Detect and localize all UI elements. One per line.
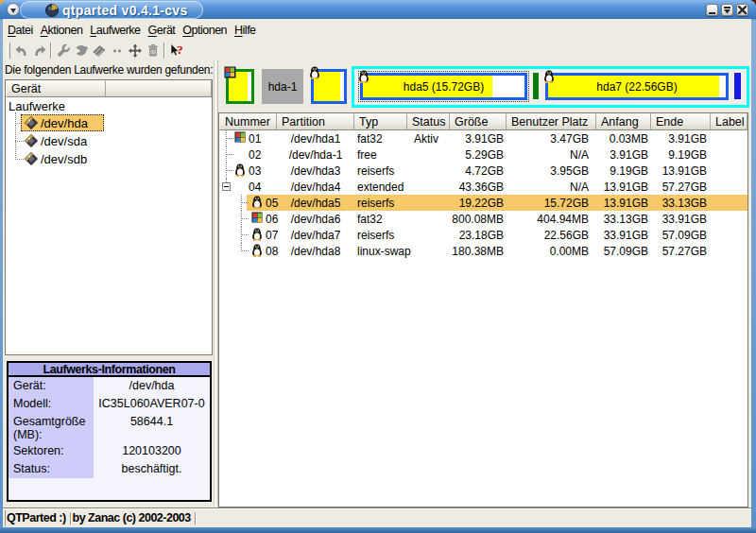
cell-anfang: 9.19GB: [596, 163, 651, 179]
menu-laufwerke[interactable]: Laufwerke: [86, 21, 144, 40]
statusbar-author-text: by Zanac (c) 2002-2003: [72, 511, 195, 524]
tree-root-item[interactable]: Laufwerke: [6, 97, 212, 114]
cell-anfang: 13.91GB: [596, 195, 651, 211]
whats-this-icon[interactable]: ?: [167, 42, 185, 60]
column-header-gr--e[interactable]: Größe: [450, 113, 507, 130]
column-header-typ[interactable]: Typ: [354, 113, 407, 130]
column-header-label[interactable]: Label: [711, 113, 747, 130]
column-header-nummer[interactable]: Nummer: [219, 113, 277, 130]
cell-benutzer-platz: 0.00MB: [507, 243, 596, 259]
cell-benutzer-platz: 3.95GB: [507, 163, 596, 179]
partition-block-hda-1[interactable]: hda-1: [262, 69, 303, 104]
cell-nummer: 05: [219, 195, 277, 211]
windows-icon: [234, 131, 246, 143]
tree-item-dev-sdb[interactable]: /dev/sdb: [6, 150, 212, 167]
partition-row-04[interactable]: 04/dev/hda4extended43.36GBN/A13.91GB57.2…: [219, 179, 747, 195]
partition-block-label: hda-1: [262, 79, 303, 93]
windows-icon: [251, 212, 263, 223]
info-row-label: Gesamtgröße (MB):: [9, 413, 94, 442]
tree-line: [241, 250, 249, 251]
cell-anfang: 13.91GB: [596, 179, 651, 195]
partition-row-05[interactable]: 05/dev/hda5reiserfs19.22GB15.72GB13.91GB…: [219, 195, 747, 211]
cell-partition: /dev/hda4: [277, 179, 354, 195]
close-button[interactable]: [736, 4, 748, 16]
partition-number: 03: [249, 164, 261, 178]
cell-typ: fat32: [354, 211, 407, 227]
tux-icon: [543, 70, 555, 83]
tree-line: [226, 138, 233, 139]
titlebar[interactable]: qtparted v0.4.1-cvs: [0, 0, 756, 19]
cell-ende: 9.19GB: [651, 146, 711, 163]
cell-nummer: 08: [219, 243, 277, 259]
partition-row-02[interactable]: 02/dev/hda-1free5.29GBN/A3.91GB9.19GB: [219, 146, 747, 163]
extended-partition-container[interactable]: hda5 (15.72GB)hda7 (22.56GB): [352, 66, 749, 108]
hdd-icon: [25, 134, 38, 147]
move-icon[interactable]: [126, 42, 144, 60]
partition-number: 02: [249, 148, 261, 162]
expander-minus[interactable]: [222, 182, 231, 191]
menu-aktionen[interactable]: Aktionen: [37, 21, 87, 40]
partition-block-hda6[interactable]: [533, 73, 539, 99]
tree-item-dev-sda[interactable]: /dev/sda: [6, 132, 212, 149]
partition-table-header: NummerPartitionTypStatusGrößeBenutzer Pl…: [219, 113, 747, 130]
tree-line: [241, 202, 249, 203]
cell-status: [407, 146, 450, 163]
wrench-icon[interactable]: [54, 42, 72, 60]
trash-icon[interactable]: [144, 42, 162, 60]
minimize-button[interactable]: [706, 4, 718, 16]
partition-block-hda5[interactable]: hda5 (15.72GB): [360, 73, 527, 100]
cell-typ: reiserfs: [354, 195, 407, 211]
tree-item-dev-hda[interactable]: /dev/hda: [6, 114, 212, 131]
dots-icon[interactable]: [108, 42, 126, 60]
drive-info-title: Laufwerks-Informationen: [9, 363, 210, 377]
menu-gert[interactable]: Gerät: [145, 21, 180, 40]
toolbar-handle[interactable]: [7, 43, 10, 59]
drive-info-panel: Laufwerks-Informationen Gerät:/dev/hdaMo…: [7, 361, 212, 502]
undo-icon[interactable]: [12, 42, 30, 60]
menu-optionen[interactable]: Optionen: [179, 21, 231, 40]
partition-row-03[interactable]: 03/dev/hda3reiserfs4.72GB3.95GB9.19GB13.…: [219, 163, 747, 179]
tree-column-geraet[interactable]: Gerät: [6, 80, 106, 97]
brush-icon[interactable]: [72, 42, 90, 60]
cell-nummer: 07: [219, 227, 277, 243]
partition-row-06[interactable]: 06/dev/hda6fat32800.08MB404.94MB33.13GB3…: [219, 211, 747, 227]
cell-status: Aktiv: [407, 130, 450, 146]
menu-hilfe[interactable]: Hilfe: [231, 21, 260, 40]
cell-groesse: 5.29GB: [450, 146, 507, 163]
partition-number: 01: [249, 132, 261, 146]
cell-partition: /dev/hda1: [277, 130, 354, 146]
tree-line: [241, 218, 249, 219]
cell-benutzer-platz: N/A: [507, 146, 596, 163]
redo-icon[interactable]: [30, 42, 48, 60]
cell-groesse: 19.22GB: [450, 195, 507, 211]
partition-block-hda7[interactable]: hda7 (22.56GB): [545, 73, 729, 100]
partition-row-08[interactable]: 08/dev/hda8linux-swap180.38MB0.00MB57.09…: [219, 243, 747, 259]
column-header-anfang[interactable]: Anfang: [596, 113, 651, 130]
column-header-partition[interactable]: Partition: [277, 113, 354, 130]
eraser-icon[interactable]: [90, 42, 108, 60]
column-header-status[interactable]: Status: [407, 113, 450, 130]
tux-icon: [358, 70, 369, 83]
cell-partition: /dev/hda-1: [277, 146, 354, 163]
cell-typ: reiserfs: [354, 227, 407, 243]
cell-ende: 57.27GB: [651, 243, 711, 259]
partition-block-hda8[interactable]: [734, 73, 741, 99]
partition-row-01[interactable]: 01/dev/hda1fat32Aktiv3.91GB3.47GB0.03MB3…: [219, 130, 747, 146]
column-header-ende[interactable]: Ende: [651, 113, 711, 130]
cell-status: [407, 179, 450, 195]
qtparted-window: qtparted v0.4.1-cvs DateiAktionenLaufwer…: [0, 0, 756, 533]
column-header-benutzer-platz[interactable]: Benutzer Platz: [507, 113, 596, 130]
tree-column-empty[interactable]: [106, 80, 212, 97]
cell-status: [407, 211, 450, 227]
app-icon: [45, 4, 59, 17]
maximize-button[interactable]: [721, 4, 733, 16]
partition-row-07[interactable]: 07/dev/hda7reiserfs23.18GB22.56GB33.91GB…: [219, 227, 747, 243]
device-tree-body: Laufwerke /dev/hda/dev/sda/dev/sdb: [6, 97, 212, 114]
window-menu-button[interactable]: [7, 3, 20, 16]
info-row-label: Sektoren:: [9, 442, 94, 460]
tree-line: [241, 234, 249, 235]
cell-groesse: 43.36GB: [450, 179, 507, 195]
menu-datei[interactable]: Datei: [4, 21, 37, 40]
info-row: Status:beschäftigt.: [9, 460, 210, 478]
cell-status: [407, 243, 450, 259]
